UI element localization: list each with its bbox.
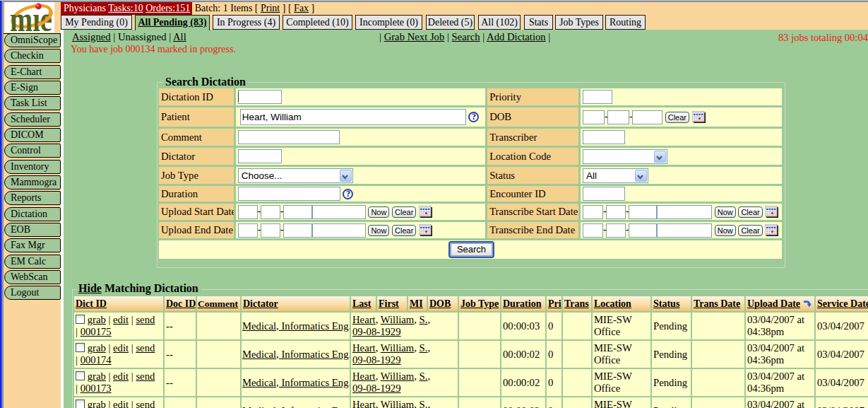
svg-text:mıe: mıe xyxy=(10,2,52,33)
